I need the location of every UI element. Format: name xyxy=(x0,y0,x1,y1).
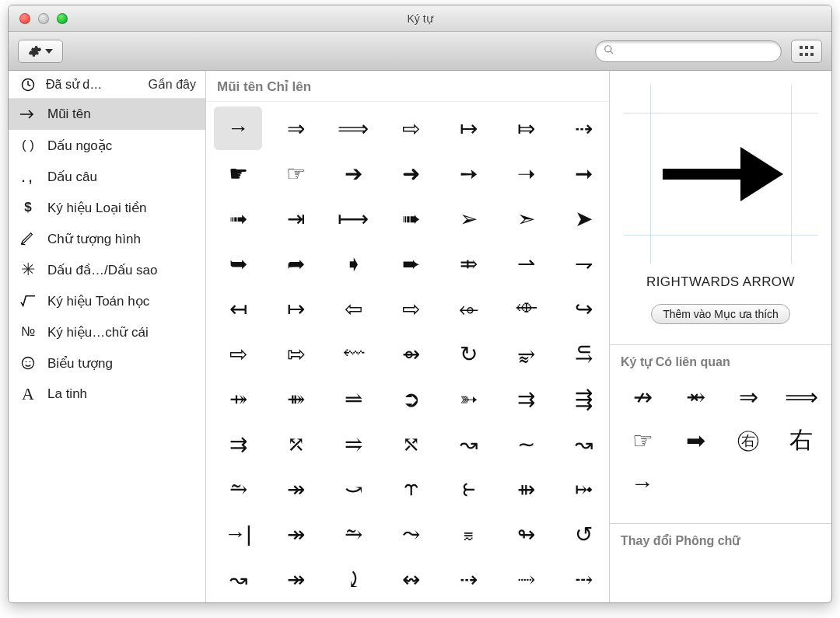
related-character[interactable]: 右 xyxy=(779,421,823,459)
sidebar-item-asterisk[interactable]: ✳Dấu đầ…/Dấu sao xyxy=(9,254,205,285)
character-cell[interactable]: ⤁ xyxy=(271,377,320,421)
character-cell[interactable]: ➨ xyxy=(387,242,435,285)
character-cell[interactable]: ⇒ xyxy=(271,106,320,150)
character-cell[interactable]: ↦ xyxy=(444,106,492,150)
character-cell[interactable]: ➔ xyxy=(329,152,377,195)
character-cell[interactable]: ∼ xyxy=(502,422,550,466)
character-cell[interactable]: ⥹ xyxy=(559,332,607,375)
character-cell[interactable]: ⇦ xyxy=(329,287,377,330)
character-cell[interactable]: ⇴ xyxy=(387,332,435,375)
search-field[interactable] xyxy=(595,40,782,62)
grid-view-button[interactable] xyxy=(791,40,822,63)
character-cell[interactable]: ➙ xyxy=(444,152,492,195)
character-cell[interactable]: ➲ xyxy=(387,377,435,421)
character-cell[interactable]: ↭ xyxy=(387,557,435,601)
character-cell[interactable]: ➢ xyxy=(444,197,492,240)
character-cell[interactable]: ↬ xyxy=(502,512,550,556)
sidebar-item-dollar[interactable]: $Ký hiệu Loại tiền xyxy=(9,192,205,223)
character-cell[interactable]: ➣ xyxy=(502,197,550,240)
character-cell[interactable]: ⟼ xyxy=(329,197,377,240)
character-cell[interactable]: ⇁ xyxy=(559,242,607,285)
related-character[interactable]: → xyxy=(621,464,664,503)
character-cell[interactable]: ⬲ xyxy=(502,287,550,330)
character-cell[interactable]: ↠ xyxy=(271,557,320,601)
character-cell[interactable]: ⇉ xyxy=(214,422,262,466)
related-character[interactable]: ⟹ xyxy=(779,377,823,416)
character-cell[interactable]: ⇉ xyxy=(502,377,550,421)
character-cell[interactable]: ⥲ xyxy=(329,512,377,556)
character-cell[interactable]: ➧ xyxy=(329,242,377,285)
related-character[interactable]: ⥇ xyxy=(674,377,717,416)
character-cell[interactable]: ⇢ xyxy=(559,106,607,150)
character-cell[interactable]: ⥤ xyxy=(329,422,377,466)
character-cell[interactable]: ➤ xyxy=(559,197,607,240)
character-cell[interactable]: ⤲ xyxy=(387,422,435,466)
character-cell[interactable]: ⤏ xyxy=(559,557,607,601)
character-cell[interactable]: ➦ xyxy=(271,242,320,285)
character-cell[interactable]: ⤠ xyxy=(559,467,607,511)
character-cell[interactable]: ↺ xyxy=(559,512,607,556)
character-cell[interactable]: ↤ xyxy=(214,287,262,330)
character-cell[interactable]: ☞ xyxy=(271,152,320,195)
character-cell[interactable]: ⩳ xyxy=(444,512,492,556)
sidebar-item-latin[interactable]: ALa tinh xyxy=(9,379,205,410)
character-cell[interactable]: ⥼ xyxy=(444,467,492,511)
character-cell[interactable]: →| xyxy=(214,512,262,556)
related-character[interactable]: ☞ xyxy=(621,421,664,459)
character-cell[interactable]: ⬳ xyxy=(329,332,377,375)
character-cell[interactable]: ↻ xyxy=(444,332,492,375)
sidebar-item-smile[interactable]: Biểu tượng xyxy=(9,347,205,379)
character-cell[interactable]: ➞ xyxy=(559,152,607,195)
related-character[interactable]: ⇒ xyxy=(726,377,770,416)
character-cell[interactable]: ⇥ xyxy=(271,197,320,240)
sidebar-recent-header[interactable]: Đã sử d… Gần đây xyxy=(9,71,205,99)
character-cell[interactable]: ➠ xyxy=(387,197,435,240)
character-cell[interactable]: ➳ xyxy=(444,377,492,421)
sidebar-item-sqrt[interactable]: Ký hiệu Toán học xyxy=(9,285,205,316)
sidebar-item-pencil[interactable]: Chữ tượng hình xyxy=(9,223,205,254)
character-cell[interactable]: ⇰ xyxy=(271,332,320,375)
character-cell[interactable]: ↦ xyxy=(271,287,320,330)
character-cell[interactable]: ⇶ xyxy=(559,377,607,421)
character-cell[interactable]: ⬰ xyxy=(444,287,492,330)
character-cell[interactable]: ⤳ xyxy=(387,512,435,556)
character-cell[interactable]: ➟ xyxy=(214,197,262,240)
character-cell[interactable]: ➝ xyxy=(502,152,550,195)
character-cell[interactable]: ⟹ xyxy=(329,106,377,150)
related-character[interactable]: ㊨ xyxy=(726,421,770,459)
sidebar-item-numero[interactable]: №Ký hiệu…chữ cái xyxy=(9,316,205,347)
character-cell[interactable]: ➥ xyxy=(214,242,262,285)
add-favorite-button[interactable]: Thêm vào Mục ưa thích xyxy=(651,304,790,324)
actions-menu-button[interactable] xyxy=(18,40,63,63)
related-character[interactable]: ➡ xyxy=(674,421,717,459)
character-cell[interactable]: ⤑ xyxy=(502,557,550,601)
character-cell[interactable]: ⇻ xyxy=(502,467,550,511)
character-cell[interactable]: ⥾ xyxy=(387,467,435,511)
character-cell[interactable]: ↝ xyxy=(444,422,492,466)
character-cell[interactable]: ⇀ xyxy=(502,242,550,285)
related-character[interactable]: ↛ xyxy=(621,377,664,416)
character-cell[interactable]: ⇨ xyxy=(387,106,435,150)
character-cell[interactable]: ⇨ xyxy=(214,332,262,375)
character-cell[interactable]: ⥵ xyxy=(502,332,550,375)
character-cell[interactable]: ☛ xyxy=(214,152,262,195)
character-cell[interactable]: ↪ xyxy=(559,287,607,330)
character-cell[interactable]: ⇨ xyxy=(387,287,435,330)
sidebar-item-punct[interactable]: .,Dấu câu xyxy=(9,161,205,192)
grid-scroll[interactable]: →⇒⟹⇨↦⤇⇢☛☞➔➜➙➝➞➟⇥⟼➠➢➣➤➥➦➧➨⤃⇀⇁↤↦⇦⇨⬰⬲↪⇨⇰⬳⇴↻… xyxy=(206,102,609,602)
character-cell[interactable]: ⤸ xyxy=(329,557,377,601)
character-cell[interactable]: ↠ xyxy=(271,467,320,511)
character-cell[interactable]: ⤃ xyxy=(444,242,492,285)
character-cell[interactable]: ↝ xyxy=(214,557,262,601)
character-cell[interactable]: ↝ xyxy=(559,422,607,466)
search-input[interactable] xyxy=(619,44,773,58)
character-cell[interactable]: ⥲ xyxy=(214,467,262,511)
character-cell[interactable]: ⤇ xyxy=(502,106,550,150)
character-cell[interactable]: ⤀ xyxy=(214,377,262,421)
character-cell[interactable]: ⤻ xyxy=(329,467,377,511)
character-cell[interactable]: ➜ xyxy=(387,152,435,195)
character-cell[interactable]: ⥬ xyxy=(329,377,377,421)
sidebar-item-paren[interactable]: ( )Dấu ngoặc xyxy=(9,130,205,161)
sidebar-item-arrow[interactable]: Mũi tên xyxy=(9,99,205,130)
character-cell[interactable]: ⤱ xyxy=(271,422,320,466)
